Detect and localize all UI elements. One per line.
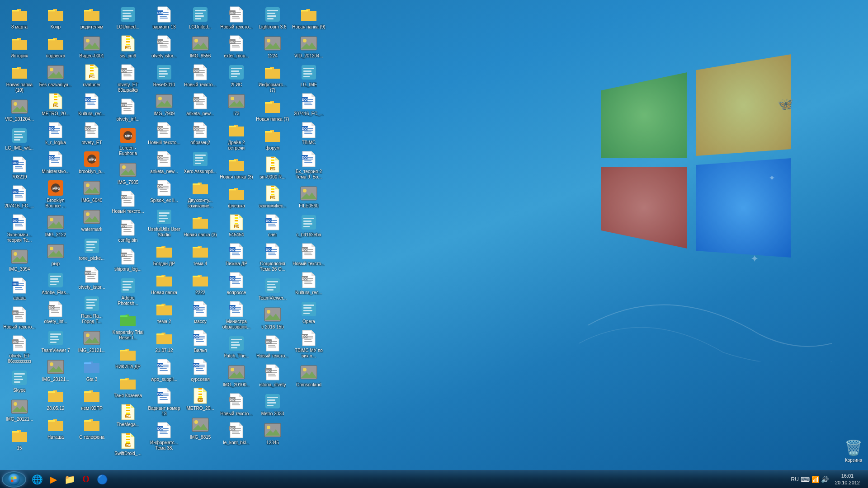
desktop-icon-crimsonland[interactable]: Crimsonland bbox=[291, 361, 326, 389]
desktop-icon-brooklyn[interactable]: MP3 Brooklyn Bounce ... bbox=[38, 177, 73, 211]
desktop-icon-variant13[interactable]: DOC вариант 13 bbox=[146, 4, 182, 32]
desktop-icon-watermark[interactable]: watermark bbox=[74, 206, 109, 234]
taskbar-extra-button[interactable]: 🔵 bbox=[95, 472, 109, 487]
desktop-icon-novaya-papka3[interactable]: Новая папка (3) bbox=[183, 211, 218, 239]
desktop-icon-teamviewer2[interactable]: TeamViewer... bbox=[255, 275, 290, 303]
desktop-icon-themega[interactable]: ZIP TheMega... bbox=[110, 401, 146, 429]
desktop-icon-28-05-12[interactable]: 28.05.12 bbox=[38, 385, 73, 413]
desktop-icon-vid20124[interactable]: VID_201204... bbox=[291, 33, 326, 61]
desktop-icon-21-07-12[interactable]: 21.07.12 bbox=[146, 327, 182, 355]
desktop-icon-bez-nazv[interactable]: Без nazvaniya... bbox=[38, 61, 73, 89]
taskbar-explorer-button[interactable]: 📁 bbox=[62, 472, 77, 487]
desktop-icon-207416-fc2[interactable]: DOC 207416_FC_... bbox=[291, 90, 326, 118]
desktop-icon-rivatuner[interactable]: ZIP rivatuner bbox=[74, 61, 109, 89]
desktop-icon-ekonomices[interactable]: ZIP экономиkес... bbox=[255, 183, 290, 211]
desktop-icon-c-b4162eba[interactable]: c_b4162eba bbox=[291, 211, 326, 239]
desktop-icon-2gis[interactable]: 2ГИС bbox=[219, 61, 254, 89]
desktop-icon-img6040[interactable]: IMG_6040 bbox=[74, 177, 109, 205]
desktop-icon-novaya-papka-10[interactable]: Новая папка (10) bbox=[2, 61, 37, 95]
desktop-icon-config-bin[interactable]: DOC config.bin bbox=[110, 217, 146, 245]
desktop-icon-img20100[interactable]: IMG_20100... bbox=[219, 361, 254, 389]
desktop-icon-lg-ime[interactable]: LG_IME_wit... bbox=[2, 125, 37, 153]
desktop-icon-lgunited2[interactable]: LGUnited... bbox=[183, 4, 218, 32]
desktop-icon-anketa-new[interactable]: DOC anketa_new... bbox=[146, 148, 182, 176]
desktop-icon-gta3[interactable]: Gta 3 bbox=[74, 356, 109, 384]
desktop-icon-le-kont-bkl[interactable]: DOC le_kont_bkl... bbox=[219, 419, 254, 447]
desktop-icon-roditelyam[interactable]: родителям bbox=[74, 4, 109, 32]
desktop-icon-ministerstvo[interactable]: DOC Ministerstvo... bbox=[38, 148, 73, 176]
desktop-icon-ones[interactable]: DOC снег bbox=[255, 211, 290, 239]
desktop-icon-useful-utils[interactable]: UsefulUtils User Studio bbox=[146, 206, 182, 239]
desktop-icon-i73[interactable]: i73 bbox=[219, 90, 254, 118]
desktop-icon-novy-text5[interactable]: DOC Новый тексто... bbox=[219, 4, 254, 32]
desktop-icon-8marta[interactable]: 8 марта bbox=[2, 4, 37, 32]
desktop-icon-metro20[interactable]: ZIP METRO_20... bbox=[38, 90, 73, 118]
desktop-icon-1224[interactable]: 1224 bbox=[255, 33, 290, 61]
desktop-icon-img3122[interactable]: IMG_3122 bbox=[38, 211, 73, 239]
desktop-icon-tbimc[interactable]: DOC ТВіМС bbox=[291, 119, 326, 147]
desktop-icon-tanya[interactable]: Таня Козеева bbox=[110, 372, 146, 400]
desktop-icon-swiftdroid[interactable]: ZIP SwiftDroid_... bbox=[110, 430, 146, 458]
desktop-icon-sociologiya[interactable]: DOC Социология Тема 26 О... bbox=[255, 240, 290, 274]
desktop-icon-img7909[interactable]: IMG_7909 bbox=[146, 90, 182, 118]
desktop-icon-12345[interactable]: 12345 bbox=[255, 419, 290, 447]
desktop-icon-novaya-papka7[interactable]: Новая папка (7) bbox=[255, 96, 290, 124]
desktop-icon-ministra-obr[interactable]: DOC Министра образовани... bbox=[219, 298, 254, 332]
desktop-icon-informats-tema[interactable]: DOC Информатс... Тема 38. bbox=[146, 419, 182, 453]
desktop-icon-papa-pa[interactable]: Папа Па... Город Т... bbox=[74, 293, 109, 326]
desktop-icon-vilya[interactable]: DOC Вилья bbox=[183, 327, 218, 355]
desktop-icon-opera[interactable]: Opera bbox=[291, 298, 326, 326]
desktop-icon-variant-nom[interactable]: DOC Вариант номер 13 bbox=[146, 385, 182, 418]
desktop-icon-teamviewer[interactable]: TeamViewer 7 bbox=[38, 327, 73, 355]
desktop-icon-tone-picker[interactable]: tone_picke... bbox=[74, 235, 109, 263]
desktop-icon-tema2[interactable]: тема 2 bbox=[146, 298, 182, 326]
desktop-icon-mascu[interactable]: DOC масcу bbox=[183, 298, 218, 326]
desktop-icon-metro2033[interactable]: Metro 2033 bbox=[255, 390, 290, 418]
start-button[interactable] bbox=[2, 471, 26, 488]
desktop-icon-adobe-photo[interactable]: Adobe Photosh... bbox=[110, 275, 146, 308]
desktop-icon-adobe-flash[interactable]: Adobe_Flas... bbox=[38, 269, 73, 297]
desktop-icon-207416-fc[interactable]: DOC 207416_FC_... bbox=[2, 183, 37, 211]
taskbar-ie-button[interactable]: 🌐 bbox=[30, 472, 44, 487]
desktop-icon-nem-kopr[interactable]: нем КОПР bbox=[74, 385, 109, 413]
desktop-icon-tema4[interactable]: тема 4 bbox=[183, 240, 218, 268]
desktop-icon-c2016b[interactable]: c 2016 15b bbox=[255, 304, 290, 332]
desktop-icon-forum[interactable]: форум bbox=[255, 125, 290, 153]
desktop-icon-novaya-papka9[interactable]: Новая папка (9) bbox=[291, 4, 326, 32]
desktop-icon-sm9000[interactable]: ZIP sm-9000 R... bbox=[255, 154, 290, 182]
desktop-icon-otvety-istor[interactable]: DOC otvety_istor... bbox=[74, 264, 109, 292]
desktop-icon-kultura-rec2[interactable]: DOC Kultura_rec... bbox=[291, 269, 326, 297]
desktop-icon-exter-mou[interactable]: DOC exter_mou... bbox=[219, 33, 254, 61]
desktop-icon-novy-text2[interactable]: DOC Новый тексто... bbox=[110, 188, 146, 216]
desktop-icon-otvety-et2[interactable]: DOC otvety_ET bbox=[74, 119, 109, 147]
desktop-icon-img7905[interactable]: IMG_7905 bbox=[110, 159, 146, 187]
desktop-icon-nikita-dp[interactable]: НИКИТА ДР bbox=[110, 343, 146, 371]
desktop-icon-xero-assump[interactable]: Xero Assumpti... bbox=[183, 148, 218, 176]
desktop-icon-kaspersky[interactable]: Kaspersky Trial Reset f... bbox=[110, 309, 146, 343]
desktop-icon-loreen[interactable]: MP3 Loreen - Euphoria bbox=[110, 125, 146, 158]
desktop-icon-patch-the[interactable]: Patch_The... bbox=[219, 333, 254, 361]
taskbar-opera-button[interactable]: O bbox=[79, 472, 93, 487]
desktop-icon-anketa-new2[interactable]: DOC anketa_new... bbox=[183, 90, 218, 118]
desktop-icon-bx-teoriya[interactable]: DOC Бх_теория-2 Тема 9. Бо... bbox=[291, 148, 326, 182]
desktop-icon-otvety-istor2[interactable]: DOC otvety istor... bbox=[146, 33, 182, 61]
desktop-icon-otvety-et[interactable]: DOC otvety_ET 86ззззззззз bbox=[2, 333, 37, 366]
desktop-icon-kopr[interactable]: Копр bbox=[38, 4, 73, 32]
desktop-icon-vid2012004[interactable]: VID_201204... bbox=[2, 96, 37, 124]
desktop-icon-pizhma-dp[interactable]: DOC Пижма ДР bbox=[219, 240, 254, 268]
desktop-icon-file0560[interactable]: FILE0560 bbox=[291, 183, 326, 211]
desktop-icon-wpo-suppl[interactable]: DOC wpo_suppli... bbox=[146, 356, 182, 384]
desktop-icon-703219[interactable]: DOC 703219 bbox=[2, 154, 37, 182]
desktop-icon-img20121[interactable]: IMG_20121... bbox=[2, 396, 37, 424]
desktop-icon-ekonomich[interactable]: DOC Экономич... теория Те... bbox=[2, 211, 37, 245]
desktop-icon-img20121b[interactable]: IMG_20121... bbox=[38, 356, 73, 384]
desktop-icon-otvety-inf2[interactable]: DOC otvety_inf... bbox=[110, 96, 146, 124]
desktop-icon-bogdan-dp[interactable]: Богдан ДР bbox=[146, 240, 182, 268]
desktop-icon-reset2010[interactable]: Reset2010 bbox=[146, 61, 182, 89]
desktop-icon-ryp[interactable]: рыр bbox=[38, 240, 73, 268]
desktop-icon-15[interactable]: 15 bbox=[2, 425, 37, 453]
desktop-icon-lightroom[interactable]: Lightroom 3.6 bbox=[255, 4, 290, 32]
taskbar-mediaplayer-button[interactable]: ▶ bbox=[46, 472, 61, 487]
desktop-icon-novy-text[interactable]: DOC Новый тексто... bbox=[2, 304, 37, 332]
desktop-icon-metro20b[interactable]: ZIP METRO_20... bbox=[183, 385, 218, 413]
